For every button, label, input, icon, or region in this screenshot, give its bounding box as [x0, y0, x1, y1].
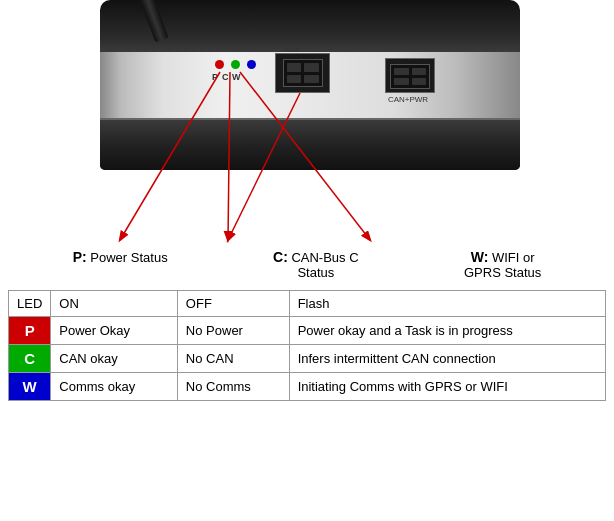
label-w-desc-part2: GPRS Status — [464, 265, 541, 280]
led-cell-p: P — [9, 317, 51, 345]
led-cell-c: C — [9, 345, 51, 373]
cell-p-flash: Power okay and a Task is in progress — [289, 317, 605, 345]
label-p: P: Power Status — [73, 249, 168, 280]
svg-line-2 — [240, 72, 370, 240]
label-p-desc: Power Status — [90, 250, 167, 265]
cell-p-on: Power Okay — [51, 317, 178, 345]
cell-p-off: No Power — [177, 317, 289, 345]
table-row-w: W Comms okay No Comms Initiating Comms w… — [9, 373, 606, 401]
col-led-header: LED — [9, 291, 51, 317]
col-on-header: ON — [51, 291, 178, 317]
svg-line-3 — [228, 93, 300, 240]
svg-line-0 — [120, 72, 220, 240]
label-w-key: W: — [471, 249, 489, 265]
label-w: W: WIFI or GPRS Status — [464, 249, 541, 280]
led-status-table-section: LED ON OFF Flash P Power Okay No Power P… — [0, 290, 614, 401]
table-row-c: C CAN okay No CAN Infers intermittent CA… — [9, 345, 606, 373]
label-c: C: CAN-Bus C Status — [273, 249, 359, 280]
led-cell-w: W — [9, 373, 51, 401]
label-c-desc-part1: CAN-Bus C — [288, 250, 359, 265]
label-w-desc-part1: WIFI or — [488, 250, 534, 265]
label-c-desc-part2: Status — [273, 265, 359, 280]
led-status-table: LED ON OFF Flash P Power Okay No Power P… — [8, 290, 606, 401]
cell-c-on: CAN okay — [51, 345, 178, 373]
col-flash-header: Flash — [289, 291, 605, 317]
cell-w-on: Comms okay — [51, 373, 178, 401]
col-off-header: OFF — [177, 291, 289, 317]
cell-c-off: No CAN — [177, 345, 289, 373]
cell-w-off: No Comms — [177, 373, 289, 401]
table-header-row: LED ON OFF Flash — [9, 291, 606, 317]
cell-c-flash: Infers intermittent CAN connection — [289, 345, 605, 373]
svg-line-1 — [228, 72, 230, 240]
hardware-image-section: P C W Aux CAN+PWR — [0, 0, 614, 290]
labels-row: P: Power Status C: CAN-Bus C Status W: W… — [0, 249, 614, 280]
label-p-key: P: — [73, 249, 87, 265]
table-row-p: P Power Okay No Power Power okay and a T… — [9, 317, 606, 345]
annotation-arrows — [0, 0, 614, 290]
cell-w-flash: Initiating Comms with GPRS or WIFI — [289, 373, 605, 401]
label-c-key: C: — [273, 249, 288, 265]
